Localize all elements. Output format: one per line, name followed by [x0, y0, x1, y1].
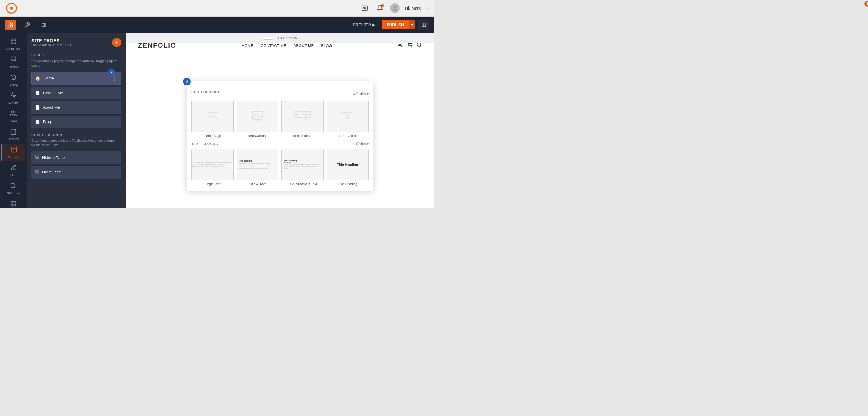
- app-logo: [6, 3, 17, 13]
- block-title-text[interactable]: Title Heading Lorem ipsum dolor sit amet…: [237, 149, 279, 186]
- hidden-icon: [35, 155, 39, 160]
- block-label: Title Heading: [338, 182, 357, 186]
- svg-rect-56: [307, 115, 311, 117]
- page-item-about[interactable]: 📄 About Me ⋮: [31, 101, 121, 114]
- pages-header: SITE PAGES Last Modified 25-Mar-2024 +: [31, 38, 121, 51]
- page-item-left: 📄 About Me: [35, 105, 60, 110]
- sidebar-item-blog[interactable]: Blog: [1, 162, 25, 179]
- page-name: Hidden Page: [42, 155, 65, 160]
- design-tool-icon[interactable]: [22, 20, 33, 30]
- notification-icon[interactable]: [375, 3, 384, 13]
- svg-rect-15: [14, 39, 16, 41]
- nav-contact[interactable]: CONTACT ME: [261, 43, 286, 48]
- add-page-button[interactable]: +: [112, 38, 121, 47]
- hero-frames-thumb: [281, 101, 324, 132]
- publish-dropdown-button[interactable]: ▾: [409, 21, 415, 30]
- sidebar-item-dashboard[interactable]: Dashboard: [1, 36, 25, 53]
- svg-point-20: [11, 111, 13, 113]
- page-item-contact[interactable]: 📄 Contact Me ⋮: [31, 87, 121, 99]
- svg-rect-33: [11, 204, 13, 206]
- nav-about[interactable]: ABOUT ME: [293, 43, 314, 48]
- publish-button[interactable]: PUBLISH: [382, 20, 409, 30]
- galleries-icon: [10, 56, 17, 64]
- sidebar-item-seo[interactable]: SEO Tool: [1, 180, 25, 198]
- learn-more-link[interactable]: Learn more: [278, 36, 297, 40]
- sidebar-item-website[interactable]: Website 1: [1, 144, 25, 161]
- nav-blog[interactable]: BLOG: [321, 43, 332, 48]
- page-item-home[interactable]: 🏠 Home ⋮ 2: [31, 72, 121, 85]
- single-text-thumb: Lorem ipsum dolor sit amet felis ils con…: [191, 149, 234, 181]
- block-single-text[interactable]: Lorem ipsum dolor sit amet felis ils con…: [191, 149, 234, 186]
- sidebar-item-crm[interactable]: CRM: [1, 108, 25, 125]
- page-more-button[interactable]: ⋮: [112, 154, 118, 161]
- svg-rect-2: [8, 23, 10, 25]
- sidebar-item-label: Blog: [10, 174, 16, 177]
- svg-rect-54: [307, 111, 311, 114]
- sidebar-item-label: Website: [8, 155, 19, 159]
- block-hero-video[interactable]: Hero Video: [327, 101, 369, 138]
- svg-point-28: [11, 183, 16, 188]
- svg-marker-63: [347, 115, 349, 117]
- sidebar-item-reports[interactable]: Reports: [1, 90, 25, 107]
- user-greeting[interactable]: Hi, Mark: [405, 6, 421, 10]
- draft-section-label: DRAFT / HIDDEN: [31, 133, 121, 137]
- settings-tool-icon[interactable]: [38, 20, 50, 30]
- preview-button[interactable]: PREVIEW ▶: [349, 21, 379, 29]
- title-heading-content: Title Heading: [327, 149, 369, 180]
- dashboard-icon: [10, 38, 17, 46]
- learn-more-input[interactable]: [263, 37, 273, 40]
- svg-point-46: [209, 114, 211, 116]
- page-more-button[interactable]: ⋮: [112, 104, 118, 111]
- sidebar-item-addons[interactable]: Add-Ons: [1, 198, 25, 208]
- page-name: Blog: [43, 119, 51, 124]
- page-item-left: Draft Page: [35, 170, 61, 175]
- block-title-subtitle-text[interactable]: Title Heading Sub-Title Lorem ipsum dolo…: [281, 149, 324, 186]
- sidebar-item-galleries[interactable]: Galleries: [1, 54, 25, 71]
- seo-icon: [10, 182, 17, 190]
- block-label: Title & Text: [249, 182, 266, 186]
- page-item-draft[interactable]: Draft Page ⋮: [31, 166, 121, 178]
- reports-icon: [10, 92, 17, 100]
- sidebar-item-label: Galleries: [7, 65, 19, 69]
- public-section-label: PUBLIC: [31, 53, 121, 57]
- title-subtitle-content: Title Heading Sub-Title Lorem ipsum dolo…: [282, 158, 323, 172]
- block-label: Hero Image: [204, 134, 221, 138]
- pages-tool-icon[interactable]: [5, 20, 16, 30]
- svg-rect-17: [11, 42, 13, 44]
- hero-styles-label[interactable]: 4 Styles ▾: [353, 92, 369, 96]
- page-more-button[interactable]: ⋮: [112, 75, 117, 81]
- svg-point-42: [411, 47, 412, 47]
- block-hero-image[interactable]: Hero Image: [191, 101, 234, 138]
- notification-badge: [381, 4, 384, 7]
- title-heading-thumb: Title Heading: [327, 149, 369, 181]
- page-name: Contact Me: [43, 91, 63, 95]
- step-2-badge: 2: [108, 69, 115, 75]
- svg-point-19: [11, 75, 16, 80]
- block-hero-frames[interactable]: Hero Frames: [281, 101, 324, 138]
- block-hero-carousel[interactable]: Hero Carousel: [237, 101, 279, 138]
- split-view-button[interactable]: [418, 20, 429, 30]
- page-more-button[interactable]: ⋮: [112, 118, 118, 125]
- svg-rect-55: [303, 115, 307, 117]
- svg-point-43: [417, 43, 421, 46]
- block-title-heading[interactable]: Title Heading Title Heading: [327, 149, 369, 186]
- hero-image-thumb: [191, 101, 234, 132]
- text-thumb-content: Lorem ipsum dolor sit amet felis ils con…: [192, 161, 233, 168]
- sidebar-item-selling[interactable]: Selling: [1, 72, 25, 89]
- svg-point-9: [43, 23, 44, 24]
- text-styles-label[interactable]: 4 Styles ▾: [353, 142, 369, 146]
- user-dropdown-arrow[interactable]: ▾: [426, 6, 428, 10]
- id-card-icon[interactable]: [360, 3, 370, 13]
- svg-rect-25: [11, 147, 16, 152]
- page-more-button[interactable]: ⋮: [112, 90, 118, 96]
- avatar[interactable]: [390, 3, 400, 13]
- top-bar: Hi, Mark ▾: [0, 0, 434, 16]
- blog-icon: [10, 164, 17, 172]
- page-more-button[interactable]: ⋮: [112, 169, 118, 175]
- nav-home[interactable]: HOME: [242, 43, 253, 48]
- page-item-hidden[interactable]: Hidden Page ⋮: [31, 151, 121, 164]
- block-label: Hero Frames: [293, 134, 312, 138]
- page-item-blog[interactable]: 📄 Blog ⋮: [31, 115, 121, 128]
- hero-video-thumb: [327, 101, 369, 132]
- sidebar-item-booking[interactable]: Booking: [1, 126, 25, 143]
